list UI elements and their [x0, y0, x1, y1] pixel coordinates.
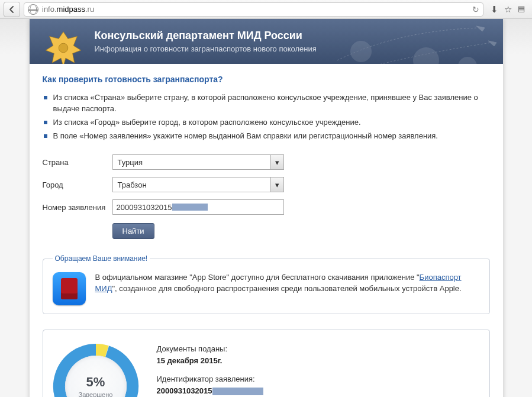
- status-fields: Документы поданы: 15 декабря 2015г. Иден…: [157, 343, 274, 397]
- city-label: Город: [43, 180, 112, 189]
- chevron-down-icon: ▾: [270, 177, 283, 192]
- country-label: Страна: [43, 158, 112, 167]
- section-title: Как проверить готовность загранпаспорта?: [43, 75, 490, 84]
- application-number-value: 2000931032015: [117, 203, 172, 212]
- svg-point-3: [458, 57, 477, 64]
- result-box: 5% Завершено Документы поданы: 15 декабр…: [43, 330, 490, 397]
- gauge-percent: 5%: [86, 375, 105, 390]
- application-number-label: Номер заявления: [43, 203, 112, 212]
- application-id-value: 2000931032015: [157, 385, 274, 397]
- bookmark-icon[interactable]: ☆: [504, 4, 512, 15]
- progress-gauge: 5% Завершено: [53, 343, 139, 397]
- city-select[interactable]: Трабзон ▾: [112, 177, 284, 192]
- notice-text: В официальном магазине "App Store" досту…: [95, 272, 480, 295]
- submitted-label: Документы поданы:: [157, 343, 274, 355]
- state-emblem-icon: [40, 25, 86, 64]
- download-icon[interactable]: ⬇: [491, 4, 498, 15]
- instruction-item: В поле «Номер заявления» укажите номер в…: [53, 131, 490, 142]
- instruction-item: Из списка «Город» выберите город, в кото…: [53, 117, 490, 128]
- url-text: info.midpass.ru: [42, 5, 94, 14]
- redacted-segment: [212, 388, 263, 395]
- url-bar[interactable]: info.midpass.ru ↻: [24, 2, 483, 17]
- country-select[interactable]: Турция ▾: [112, 154, 284, 170]
- page-header: Консульский департамент МИД России Инфор…: [30, 19, 503, 64]
- city-value: Трабзон: [113, 177, 270, 192]
- application-number-input[interactable]: 2000931032015: [112, 199, 284, 215]
- application-id-label: Идентификатор заявления:: [157, 373, 274, 385]
- header-title: Консульский департамент МИД России: [95, 30, 491, 42]
- toolbar-icons: ⬇ ☆ ▤: [487, 4, 528, 15]
- page: Консульский департамент МИД России Инфор…: [30, 19, 503, 397]
- back-button[interactable]: [4, 2, 20, 17]
- submitted-value: 15 декабря 2015г.: [157, 355, 274, 367]
- instruction-item: Из списка «Страна» выберите страну, в ко…: [53, 92, 490, 115]
- svg-point-0: [59, 43, 68, 53]
- chevron-down-icon: ▾: [270, 155, 283, 169]
- browser-toolbar: info.midpass.ru ↻ ⬇ ☆ ▤: [0, 0, 532, 19]
- biopassport-app-icon: [53, 272, 86, 305]
- instructions-list: Из списка «Страна» выберите страну, в ко…: [43, 92, 490, 141]
- country-value: Турция: [113, 155, 270, 169]
- notice-box: Обращаем Ваше внимание! В официальном ма…: [43, 254, 490, 314]
- globe-icon: [28, 4, 38, 15]
- reload-icon[interactable]: ↻: [472, 5, 479, 14]
- notice-legend: Обращаем Ваше внимание!: [53, 254, 150, 263]
- clipboard-icon[interactable]: ▤: [518, 4, 525, 15]
- header-subtitle: Информация о готовности загранпаспортов …: [95, 44, 491, 53]
- search-button[interactable]: Найти: [112, 223, 154, 239]
- gauge-label: Завершено: [79, 391, 113, 397]
- redacted-segment: [172, 204, 208, 211]
